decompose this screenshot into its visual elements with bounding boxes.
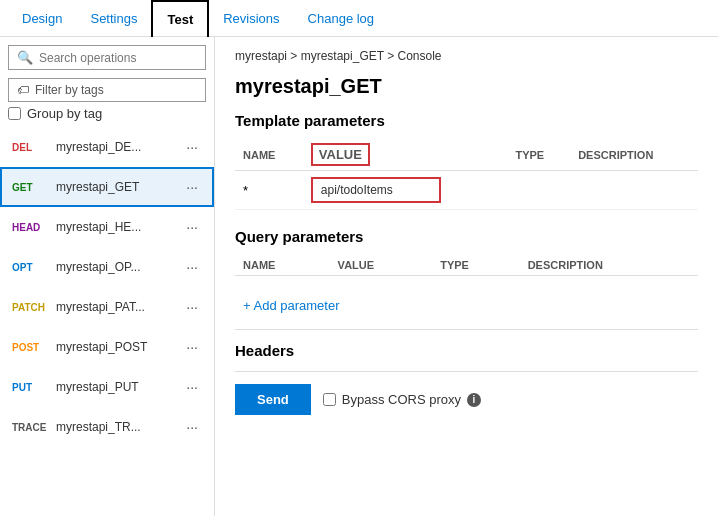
query-params-table: NAME VALUE TYPE DESCRIPTION [235, 255, 698, 276]
group-by-checkbox[interactable] [8, 107, 21, 120]
method-badge-patch: PATCH [12, 302, 48, 313]
api-name: myrestapi_GET [56, 180, 174, 194]
page-title: myrestapi_GET [235, 75, 698, 98]
method-badge-opt: OPT [12, 262, 48, 273]
col-header-type: TYPE [507, 139, 570, 171]
list-item[interactable]: TRACE myrestapi_TR... ··· [0, 407, 214, 447]
content-area: myrestapi > myrestapi_GET > Console myre… [215, 37, 718, 516]
list-item[interactable]: POST myrestapi_POST ··· [0, 327, 214, 367]
headers-title: Headers [235, 342, 698, 359]
api-name: myrestapi_DE... [56, 140, 174, 154]
tab-settings[interactable]: Settings [76, 0, 151, 37]
send-button[interactable]: Send [235, 384, 311, 415]
col-header-name: NAME [235, 255, 330, 276]
col-header-description: DESCRIPTION [570, 139, 698, 171]
param-name-cell: * [235, 171, 303, 210]
more-options-icon[interactable]: ··· [182, 377, 202, 397]
list-item[interactable]: PATCH myrestapi_PAT... ··· [0, 287, 214, 327]
more-options-icon[interactable]: ··· [182, 177, 202, 197]
bypass-cors-checkbox[interactable] [323, 393, 336, 406]
tab-changelog[interactable]: Change log [294, 0, 389, 37]
send-section: Send Bypass CORS proxy i [235, 384, 698, 415]
api-list: DEL myrestapi_DE... ··· GET myrestapi_GE… [0, 127, 214, 516]
more-options-icon[interactable]: ··· [182, 137, 202, 157]
group-by-label: Group by tag [27, 106, 102, 121]
main-layout: 🔍 🏷 Filter by tags Group by tag DEL myre… [0, 37, 718, 516]
param-value-cell[interactable] [303, 171, 508, 210]
query-params-title: Query parameters [235, 228, 698, 245]
tab-test[interactable]: Test [151, 0, 209, 37]
tab-design[interactable]: Design [8, 0, 76, 37]
more-options-icon[interactable]: ··· [182, 217, 202, 237]
add-parameter-button[interactable]: + Add parameter [235, 294, 698, 317]
tab-revisions[interactable]: Revisions [209, 0, 293, 37]
filter-icon: 🏷 [17, 83, 29, 97]
col-header-value: VALUE [303, 139, 508, 171]
api-name: myrestapi_POST [56, 340, 174, 354]
api-name: myrestapi_TR... [56, 420, 174, 434]
api-name: myrestapi_PUT [56, 380, 174, 394]
table-row: * [235, 171, 698, 210]
method-badge-put: PUT [12, 382, 48, 393]
divider-2 [235, 371, 698, 372]
divider [235, 329, 698, 330]
method-badge-trace: TRACE [12, 422, 48, 433]
more-options-icon[interactable]: ··· [182, 337, 202, 357]
method-badge-head: HEAD [12, 222, 48, 233]
api-name: myrestapi_OP... [56, 260, 174, 274]
breadcrumb: myrestapi > myrestapi_GET > Console [235, 49, 698, 63]
method-badge-get: GET [12, 182, 48, 193]
col-header-value: VALUE [330, 255, 433, 276]
filter-box[interactable]: 🏷 Filter by tags [8, 78, 206, 102]
param-type-cell [507, 171, 570, 210]
col-header-description: DESCRIPTION [520, 255, 698, 276]
param-desc-cell [570, 171, 698, 210]
param-value-input[interactable] [311, 177, 441, 203]
sidebar: 🔍 🏷 Filter by tags Group by tag DEL myre… [0, 37, 215, 516]
search-icon: 🔍 [17, 50, 33, 65]
method-badge-post: POST [12, 342, 48, 353]
col-header-name: NAME [235, 139, 303, 171]
more-options-icon[interactable]: ··· [182, 417, 202, 437]
info-icon[interactable]: i [467, 393, 481, 407]
top-nav: Design Settings Test Revisions Change lo… [0, 0, 718, 37]
list-item[interactable]: PUT myrestapi_PUT ··· [0, 367, 214, 407]
list-item[interactable]: DEL myrestapi_DE... ··· [0, 127, 214, 167]
search-box[interactable]: 🔍 [8, 45, 206, 70]
template-params-title: Template parameters [235, 112, 698, 129]
col-header-type: TYPE [432, 255, 519, 276]
group-by-row: Group by tag [8, 106, 206, 121]
list-item[interactable]: OPT myrestapi_OP... ··· [0, 247, 214, 287]
bypass-cors-label[interactable]: Bypass CORS proxy i [323, 392, 481, 407]
filter-label: Filter by tags [35, 83, 104, 97]
more-options-icon[interactable]: ··· [182, 257, 202, 277]
template-params-table: NAME VALUE TYPE DESCRIPTION * [235, 139, 698, 210]
search-input[interactable] [39, 51, 197, 65]
bypass-cors-text: Bypass CORS proxy [342, 392, 461, 407]
list-item[interactable]: HEAD myrestapi_HE... ··· [0, 207, 214, 247]
method-badge-del: DEL [12, 142, 48, 153]
api-name: myrestapi_HE... [56, 220, 174, 234]
list-item-selected[interactable]: GET myrestapi_GET ··· [0, 167, 214, 207]
api-name: myrestapi_PAT... [56, 300, 174, 314]
more-options-icon[interactable]: ··· [182, 297, 202, 317]
